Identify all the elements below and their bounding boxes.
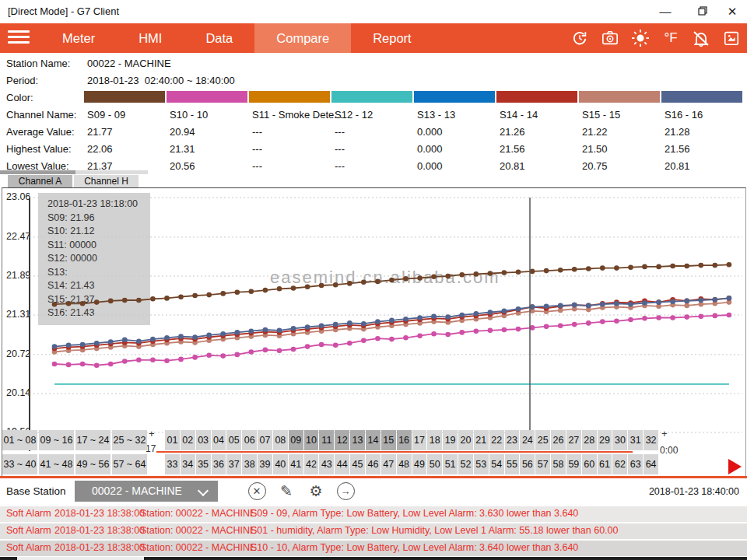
channel-button-59[interactable]: 59 bbox=[566, 454, 581, 474]
camera-icon[interactable] bbox=[601, 29, 619, 47]
channel-button-01[interactable]: 01 bbox=[165, 430, 180, 450]
next-page-arrow-button[interactable] bbox=[728, 459, 742, 474]
channel-button-18[interactable]: 18 bbox=[427, 430, 442, 450]
channel-button-21[interactable]: 21 bbox=[474, 430, 489, 450]
menu-item-report[interactable]: Report bbox=[351, 23, 433, 53]
channel-button-25[interactable]: 25 bbox=[535, 430, 550, 450]
alarm-row-1[interactable]: Soft Alarm2018-01-23 18:38:00Station: 00… bbox=[0, 523, 747, 539]
channel-button-27[interactable]: 27 bbox=[566, 430, 581, 450]
channel-button-29[interactable]: 29 bbox=[598, 430, 612, 450]
channel-button-31[interactable]: 31 bbox=[628, 430, 643, 450]
channel-button-43[interactable]: 43 bbox=[319, 454, 334, 474]
channel-group-button-57-64[interactable]: 57 ~ 64 bbox=[112, 454, 147, 474]
menu-item-hmi[interactable]: HMI bbox=[117, 23, 184, 53]
channel-button-51[interactable]: 51 bbox=[443, 454, 458, 474]
channel-button-08[interactable]: 08 bbox=[273, 430, 288, 450]
channel-button-46[interactable]: 46 bbox=[366, 454, 381, 474]
channel-button-03[interactable]: 03 bbox=[196, 430, 211, 450]
tab-channel-h[interactable]: Channel H bbox=[74, 175, 139, 187]
channel-group-button-09-16[interactable]: 09 ~ 16 bbox=[39, 430, 74, 450]
channel-button-26[interactable]: 26 bbox=[551, 430, 566, 450]
channel-button-34[interactable]: 34 bbox=[181, 454, 195, 474]
brightness-icon[interactable] bbox=[631, 29, 650, 47]
channel-button-15[interactable]: 15 bbox=[381, 430, 396, 450]
channel-button-54[interactable]: 54 bbox=[489, 454, 504, 474]
channel-group-button-33-40[interactable]: 33 ~ 40 bbox=[2, 454, 37, 474]
channel-button-05[interactable]: 05 bbox=[226, 430, 241, 450]
channel-button-44[interactable]: 44 bbox=[335, 454, 349, 474]
bottom-scrollbar[interactable] bbox=[0, 557, 747, 560]
channel-button-30[interactable]: 30 bbox=[612, 430, 627, 450]
channel-group-button-49-56[interactable]: 49 ~ 56 bbox=[75, 454, 110, 474]
channel-button-19[interactable]: 19 bbox=[443, 430, 458, 450]
channel-button-28[interactable]: 28 bbox=[582, 430, 597, 450]
channel-button-39[interactable]: 39 bbox=[258, 454, 272, 474]
table-scrollbar[interactable] bbox=[0, 170, 148, 174]
history-icon[interactable] bbox=[570, 29, 589, 47]
channel-button-61[interactable]: 61 bbox=[598, 454, 612, 474]
channel-button-47[interactable]: 47 bbox=[381, 454, 396, 474]
menu-item-data[interactable]: Data bbox=[184, 23, 254, 53]
plus-mark-right[interactable]: + bbox=[661, 428, 668, 439]
channel-group-button-41-48[interactable]: 41 ~ 48 bbox=[39, 454, 74, 474]
channel-button-07[interactable]: 07 bbox=[258, 430, 272, 450]
channel-button-09[interactable]: 09 bbox=[289, 430, 303, 450]
channel-button-10[interactable]: 10 bbox=[304, 430, 319, 450]
channel-button-24[interactable]: 24 bbox=[520, 430, 535, 450]
channel-button-62[interactable]: 62 bbox=[612, 454, 627, 474]
channel-button-42[interactable]: 42 bbox=[304, 454, 319, 474]
channel-button-63[interactable]: 63 bbox=[628, 454, 643, 474]
channel-button-33[interactable]: 33 bbox=[165, 454, 180, 474]
channel-button-16[interactable]: 16 bbox=[397, 430, 412, 450]
alarm-row-2[interactable]: Soft Alarm2018-01-23 18:38:00Station: 00… bbox=[0, 541, 747, 556]
table-scrollbar-thumb[interactable] bbox=[0, 170, 75, 174]
channel-button-23[interactable]: 23 bbox=[505, 430, 520, 450]
channel-button-56[interactable]: 56 bbox=[520, 454, 535, 474]
hamburger-menu-icon[interactable] bbox=[8, 30, 30, 46]
channel-button-50[interactable]: 50 bbox=[427, 454, 442, 474]
tab-channel-a[interactable]: Channel A bbox=[8, 175, 72, 187]
bottom-scrollbar-thumb[interactable] bbox=[17, 557, 144, 560]
channel-group-button-17-24[interactable]: 17 ~ 24 bbox=[75, 430, 110, 450]
settings-gear-icon[interactable]: ⚙ bbox=[307, 481, 325, 500]
minimize-button[interactable]: — bbox=[651, 0, 680, 23]
channel-button-60[interactable]: 60 bbox=[582, 454, 597, 474]
channel-button-40[interactable]: 40 bbox=[273, 454, 288, 474]
channel-button-32[interactable]: 32 bbox=[644, 430, 658, 450]
go-arrow-icon[interactable]: → bbox=[336, 481, 355, 500]
base-station-dropdown[interactable]: 00022 - MACHINE bbox=[75, 481, 218, 502]
channel-button-64[interactable]: 64 bbox=[644, 454, 658, 474]
channel-group-button-25-32[interactable]: 25 ~ 32 bbox=[112, 430, 147, 450]
alarm-mute-icon[interactable] bbox=[692, 29, 710, 47]
menu-item-meter[interactable]: Meter bbox=[40, 23, 117, 53]
channel-button-11[interactable]: 11 bbox=[319, 430, 334, 450]
channel-button-48[interactable]: 48 bbox=[397, 454, 412, 474]
channel-button-36[interactable]: 36 bbox=[212, 454, 226, 474]
channel-button-57[interactable]: 57 bbox=[535, 454, 550, 474]
channel-button-58[interactable]: 58 bbox=[551, 454, 566, 474]
cancel-circle-icon[interactable]: ✕ bbox=[247, 481, 266, 500]
channel-button-22[interactable]: 22 bbox=[489, 430, 504, 450]
channel-button-04[interactable]: 04 bbox=[212, 430, 226, 450]
fahrenheit-icon[interactable]: °F bbox=[661, 29, 680, 47]
channel-button-55[interactable]: 55 bbox=[505, 454, 520, 474]
channel-button-13[interactable]: 13 bbox=[350, 430, 365, 450]
channel-button-17[interactable]: 17 bbox=[412, 430, 427, 450]
maximize-button[interactable] bbox=[688, 0, 717, 23]
edit-pencil-icon[interactable]: ✎ bbox=[277, 481, 296, 500]
channel-button-52[interactable]: 52 bbox=[458, 454, 473, 474]
channel-button-14[interactable]: 14 bbox=[366, 430, 381, 450]
channel-button-02[interactable]: 02 bbox=[181, 430, 195, 450]
channel-button-38[interactable]: 38 bbox=[242, 454, 257, 474]
plus-mark-left[interactable]: + bbox=[149, 428, 155, 439]
channel-button-06[interactable]: 06 bbox=[242, 430, 257, 450]
channel-button-37[interactable]: 37 bbox=[226, 454, 241, 474]
channel-group-button-01-08[interactable]: 01 ~ 08 bbox=[2, 430, 37, 450]
channel-button-49[interactable]: 49 bbox=[412, 454, 427, 474]
channel-button-20[interactable]: 20 bbox=[458, 430, 473, 450]
channel-button-35[interactable]: 35 bbox=[196, 454, 211, 474]
channel-button-45[interactable]: 45 bbox=[350, 454, 365, 474]
channel-button-41[interactable]: 41 bbox=[289, 454, 303, 474]
channel-button-12[interactable]: 12 bbox=[335, 430, 349, 450]
menu-item-compare[interactable]: Compare bbox=[254, 23, 351, 53]
